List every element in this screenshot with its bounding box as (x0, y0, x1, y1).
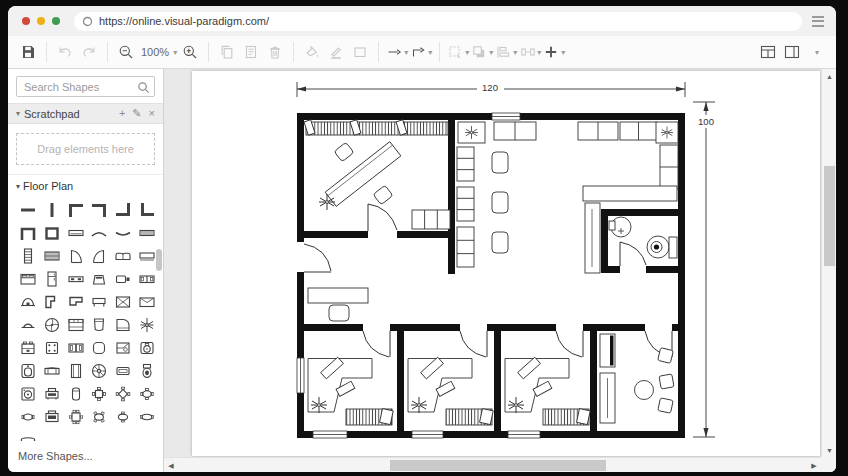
copy-button[interactable] (216, 40, 238, 64)
maximize-window-button[interactable] (52, 17, 60, 25)
shape-wardrobe[interactable] (66, 338, 86, 358)
shape-desk-l[interactable] (66, 292, 86, 312)
distribute-button[interactable]: ▾ (519, 40, 541, 64)
fill-color-button[interactable] (301, 40, 323, 64)
shape-table-oval-5[interactable] (137, 407, 157, 427)
shape-corner-nw[interactable] (66, 200, 86, 220)
connector-style-button[interactable]: ▾ (410, 40, 432, 64)
selection-button[interactable]: ▾ (447, 40, 469, 64)
shape-bookcase[interactable] (42, 246, 62, 266)
scratchpad-close-icon[interactable]: × (149, 107, 155, 120)
shape-table-round-chairs[interactable] (113, 384, 133, 404)
shape-door-left[interactable] (89, 246, 109, 266)
shape-copier[interactable] (42, 407, 62, 427)
scroll-up-icon[interactable]: ▲ (822, 69, 836, 83)
shape-printer[interactable] (42, 384, 62, 404)
shape-style-button[interactable] (349, 40, 371, 64)
shape-table-oval-chairs[interactable] (137, 384, 157, 404)
zoom-out-button[interactable] (115, 40, 137, 64)
shape-desk-corner[interactable] (42, 292, 62, 312)
shape-tray[interactable] (113, 361, 133, 381)
shape-wall-v[interactable] (42, 200, 62, 220)
shape-plant-star[interactable] (137, 315, 157, 335)
align-button[interactable]: ▾ (495, 40, 517, 64)
scratchpad-drop-area[interactable]: Drag elements here (16, 133, 155, 165)
save-button[interactable] (17, 40, 39, 64)
shape-desk-panel[interactable] (89, 292, 109, 312)
walls[interactable] (297, 113, 685, 438)
shape-table-low[interactable] (66, 223, 86, 243)
shape-corner-se[interactable] (113, 200, 133, 220)
shape-table-oval-3[interactable] (89, 407, 109, 427)
shape-wall-h[interactable] (18, 200, 38, 220)
sidebar-scrollbar-thumb[interactable] (156, 249, 162, 271)
scroll-left-icon[interactable]: ◀ (164, 458, 178, 472)
scratchpad-edit-icon[interactable]: ✎ (132, 107, 141, 120)
zoom-in-button[interactable] (179, 40, 201, 64)
shape-table-conf[interactable] (66, 407, 86, 427)
shape-arc-up[interactable] (89, 223, 109, 243)
shape-shelf-v[interactable] (18, 246, 38, 266)
shape-door-right[interactable] (66, 246, 86, 266)
address-bar[interactable]: https://online.visual-paradigm.com/ (74, 12, 802, 31)
toggle-layout-panel-button[interactable] (781, 40, 803, 64)
shape-bed-double[interactable] (66, 315, 86, 335)
shape-corner-ne[interactable] (89, 200, 109, 220)
shape-table-sq-chairs[interactable] (89, 384, 109, 404)
search-input[interactable] (16, 76, 155, 97)
scratchpad-add-icon[interactable]: + (119, 107, 125, 120)
more-options-button[interactable]: ▾ (805, 40, 827, 64)
shape-tv-corner[interactable] (137, 292, 157, 312)
scroll-right-icon[interactable]: ▶ (807, 458, 821, 472)
shape-car[interactable] (18, 315, 38, 335)
shape-bathtub[interactable] (18, 361, 38, 381)
paste-button[interactable] (240, 40, 262, 64)
shape-office-chair[interactable] (66, 384, 86, 404)
horizontal-scrollbar[interactable]: ◀ ▶ (164, 457, 821, 472)
shape-bed-single[interactable] (18, 269, 38, 289)
floor-plan[interactable]: 120 100 (192, 71, 820, 456)
shape-lamp[interactable] (18, 292, 38, 312)
shape-room[interactable] (42, 223, 62, 243)
delete-button[interactable] (264, 40, 286, 64)
scratchpad-header[interactable]: ▾ Scratchpad + ✎ × (8, 103, 163, 124)
scroll-down-icon[interactable]: ▼ (822, 443, 836, 457)
horizontal-scrollbar-thumb[interactable] (390, 460, 606, 471)
shape-table-oval-2[interactable] (18, 407, 38, 427)
dimension-width[interactable]: 120 (297, 81, 685, 97)
shape-stove[interactable] (18, 384, 38, 404)
shape-window-hatch[interactable] (137, 223, 157, 243)
shape-table-x[interactable] (113, 292, 133, 312)
zoom-level-button[interactable]: 100%▾ (139, 40, 177, 64)
browser-menu-icon[interactable] (812, 16, 824, 27)
shape-fan[interactable] (89, 361, 109, 381)
shape-table-oval-flat[interactable] (18, 430, 38, 442)
shape-plant-pot[interactable] (42, 315, 62, 335)
shape-sink[interactable] (137, 338, 157, 358)
shape-doorway[interactable] (66, 361, 86, 381)
shape-tv-unit[interactable] (113, 269, 133, 289)
toggle-format-panel-button[interactable] (757, 40, 779, 64)
shape-table-dots[interactable] (42, 338, 62, 358)
shape-arc-down[interactable] (113, 223, 133, 243)
shape-wall-u[interactable] (18, 223, 38, 243)
shape-window-sill[interactable] (137, 246, 157, 266)
shape-table-oval-4[interactable] (113, 407, 133, 427)
drawing-canvas[interactable]: 120 100 (164, 69, 836, 472)
shape-piano[interactable] (113, 315, 133, 335)
shape-counter-corner[interactable] (113, 338, 133, 358)
shape-loveseat[interactable] (42, 361, 62, 381)
shape-cabinet-2[interactable] (137, 269, 157, 289)
shape-dresser[interactable] (18, 338, 38, 358)
dimension-height[interactable]: 100 (693, 102, 719, 437)
floor-plan-section-header[interactable]: ▾ Floor Plan (8, 174, 163, 196)
more-shapes-link[interactable]: More Shapes... (8, 441, 163, 472)
shape-sideboard[interactable] (66, 269, 86, 289)
shape-sofa-2[interactable] (113, 246, 133, 266)
vertical-scrollbar[interactable]: ▲ ▼ (821, 69, 836, 457)
shape-toilet[interactable] (137, 361, 157, 381)
shape-fridge[interactable] (42, 269, 62, 289)
vertical-scrollbar-thumb[interactable] (824, 166, 835, 266)
redo-button[interactable] (78, 40, 100, 64)
drawing-page[interactable]: 120 100 (192, 71, 820, 456)
